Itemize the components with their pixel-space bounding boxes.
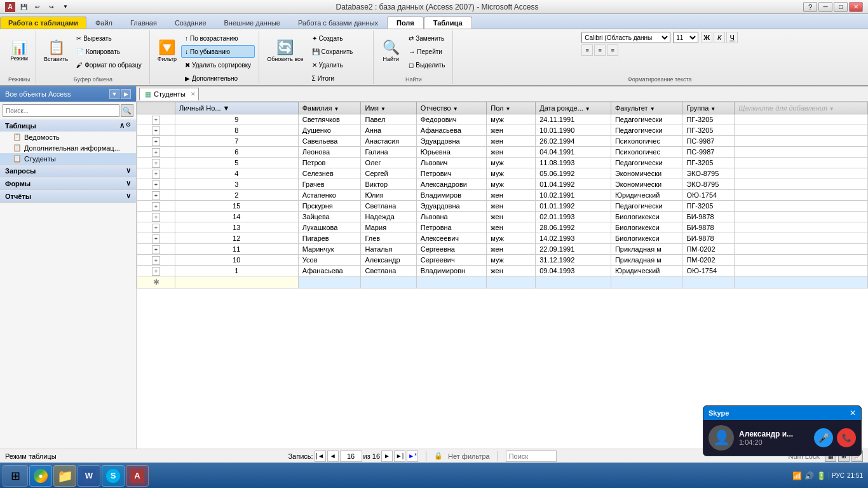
refresh-btn[interactable]: 🔄 Обновить все xyxy=(264,32,306,70)
advanced-filter-btn[interactable]: ▶ Дополнительно xyxy=(181,72,255,85)
students-tab-close[interactable]: ✕ xyxy=(191,91,196,97)
select-btn[interactable]: ◻ Выделить xyxy=(405,58,449,71)
bold-btn[interactable]: Ж xyxy=(701,32,712,43)
row-expand-btn[interactable]: + xyxy=(137,125,175,136)
taskbar-word[interactable]: W xyxy=(78,465,100,487)
row-expand-btn[interactable]: + xyxy=(137,179,175,190)
taskbar-chrome[interactable]: ● xyxy=(29,465,52,487)
reports-section-header[interactable]: Отчёты ∨ xyxy=(0,190,136,202)
tab-table[interactable]: Таблица xyxy=(424,17,472,29)
paste-btn[interactable]: 📋 Вставить xyxy=(41,32,71,70)
col-faculty[interactable]: Факультет ▼ xyxy=(611,102,682,114)
search-box[interactable] xyxy=(506,451,557,462)
goto-btn[interactable]: → Перейти xyxy=(405,45,449,58)
nav-next-btn[interactable]: ► xyxy=(381,451,393,462)
taskbar-explorer[interactable]: 📁 xyxy=(53,465,76,487)
table-row[interactable]: + 6 Леонова Галина Юрьевна жен 04.04.199… xyxy=(137,147,868,158)
tab-create[interactable]: Создание xyxy=(166,17,215,29)
row-expand-btn[interactable]: + xyxy=(137,212,175,222)
col-middlename[interactable]: Отчество ▼ xyxy=(416,102,487,114)
tab-external[interactable]: Внешние данные xyxy=(215,17,289,29)
tab-database-tools[interactable]: Работа с базами данных xyxy=(289,17,387,29)
row-expand-btn[interactable]: + xyxy=(137,233,175,244)
table-row[interactable]: + 4 Селезнев Сергей Петрович муж 05.06.1… xyxy=(137,168,868,179)
format-btn[interactable]: 🖌 Формат по образцу xyxy=(72,58,146,71)
table-container[interactable]: Личный Но... ▼ Фамилия ▼ Имя ▼ Отчеств xyxy=(137,102,868,449)
view-btn[interactable]: 📊 Режим xyxy=(6,32,32,70)
clear-sort-btn[interactable]: ✖ Удалить сортировку xyxy=(181,58,255,71)
row-expand-btn[interactable]: + xyxy=(137,201,175,212)
row-expand-btn[interactable]: + xyxy=(137,158,175,168)
tables-section-header[interactable]: Таблицы ∧ ⊙ xyxy=(0,119,136,132)
queries-section-header[interactable]: Запросы ∨ xyxy=(0,165,136,177)
row-expand-btn[interactable]: + xyxy=(137,147,175,158)
students-tab[interactable]: ▦ Студенты ✕ xyxy=(139,88,199,100)
sidebar-options-btn[interactable]: ▶ xyxy=(121,89,131,99)
sidebar-item-students[interactable]: 📋 Студенты xyxy=(0,153,136,164)
skype-close-btn[interactable]: ✕ xyxy=(850,409,856,417)
network-icon[interactable]: 📶 xyxy=(792,471,802,480)
table-row[interactable]: + 14 Зайцева Надежда Львовна жен 02.01.1… xyxy=(137,212,868,222)
table-row[interactable]: + 8 Душенко Анна Афанасьева жен 10.01.19… xyxy=(137,125,868,136)
nav-last-btn[interactable]: ►| xyxy=(394,451,405,462)
table-row[interactable]: + 2 Астапенко Юлия Владимиров жен 10.02.… xyxy=(137,190,868,201)
align-right-btn[interactable]: ≡ xyxy=(607,44,618,56)
sidebar-expand-btn[interactable]: ▼ xyxy=(109,89,119,99)
redo-btn[interactable]: ↪ xyxy=(46,1,57,13)
new-record-row[interactable]: ✱ xyxy=(137,276,868,288)
align-left-btn[interactable]: ≡ xyxy=(581,44,593,56)
col-gender[interactable]: Пол ▼ xyxy=(487,102,536,114)
maximize-btn[interactable]: □ xyxy=(834,2,848,12)
skype-end-call-btn[interactable]: 📞 xyxy=(837,428,856,447)
italic-btn[interactable]: К xyxy=(714,32,725,43)
col-lastname[interactable]: Фамилия ▼ xyxy=(298,102,361,114)
col-id[interactable]: Личный Но... ▼ xyxy=(175,102,299,114)
font-size-selector[interactable]: 11 xyxy=(673,32,698,43)
table-row[interactable]: + 15 Прскурня Светлана Эдуардовна жен 01… xyxy=(137,201,868,212)
table-row[interactable]: + 3 Грачев Виктор Александрови муж 01.04… xyxy=(137,179,868,190)
undo-btn[interactable]: ↩ xyxy=(32,1,43,13)
table-row[interactable]: + 5 Петров Олег Львович муж 11.08.1993 П… xyxy=(137,158,868,168)
nav-prev-btn[interactable]: ◄ xyxy=(327,451,339,462)
table-row[interactable]: + 11 Маринчук Наталья Сергеевна жен 22.0… xyxy=(137,244,868,255)
new-row-id-input[interactable] xyxy=(175,276,299,288)
sidebar-item-dop-info[interactable]: 📋 Дополнительная информац... xyxy=(0,142,136,153)
skype-mute-btn[interactable]: 🎤 xyxy=(814,428,833,447)
taskbar-skype[interactable]: S xyxy=(102,465,125,487)
row-expand-btn[interactable]: + xyxy=(137,255,175,266)
table-row[interactable]: + 10 Усов Александр Сергеевич муж 31.12.… xyxy=(137,255,868,266)
table-row[interactable]: + 9 Светлячков Павел Федорович муж 24.11… xyxy=(137,114,868,125)
table-row[interactable]: + 1 Афанасьева Светлана Владимировн жен … xyxy=(137,266,868,276)
search-input[interactable] xyxy=(3,104,119,117)
minimize-btn[interactable]: ─ xyxy=(818,2,832,12)
forms-section-header[interactable]: Формы ∨ xyxy=(0,177,136,189)
nav-new-btn[interactable]: ►* xyxy=(407,451,418,462)
row-expand-btn[interactable]: + xyxy=(137,114,175,125)
save-record-btn[interactable]: 💾 Сохранить xyxy=(308,45,370,58)
tab-work-tables[interactable]: Работа с таблицами xyxy=(0,17,86,29)
taskbar-access[interactable]: A xyxy=(126,465,149,487)
tab-file[interactable]: Файл xyxy=(86,17,121,29)
replace-btn[interactable]: ⇄ Заменить xyxy=(405,32,449,44)
find-btn[interactable]: 🔍 Найти xyxy=(378,32,403,70)
table-row[interactable]: + 13 Лукашкова Мария Петровна жен 28.06.… xyxy=(137,222,868,233)
volume-icon[interactable]: 🔊 xyxy=(804,471,814,480)
new-id-field[interactable] xyxy=(179,278,294,286)
help-btn[interactable]: ? xyxy=(803,2,817,12)
table-row[interactable]: + 12 Пигарев Глев Алексеевич муж 14.02.1… xyxy=(137,233,868,244)
row-expand-btn[interactable]: + xyxy=(137,244,175,255)
row-expand-btn[interactable]: + xyxy=(137,266,175,276)
row-expand-btn[interactable]: + xyxy=(137,222,175,233)
totals-btn[interactable]: Σ Итоги xyxy=(308,72,370,85)
cut-btn[interactable]: ✂ Вырезать xyxy=(72,32,146,44)
tab-home[interactable]: Главная xyxy=(121,17,166,29)
sort-desc-btn[interactable]: ↓ По убыванию xyxy=(181,45,255,58)
battery-icon[interactable]: 🔋 xyxy=(817,471,826,480)
underline-btn[interactable]: Ч xyxy=(726,32,738,43)
nav-current-input[interactable] xyxy=(340,451,362,462)
close-btn[interactable]: ✕ xyxy=(849,2,863,12)
col-firstname[interactable]: Имя ▼ xyxy=(361,102,416,114)
font-selector[interactable]: Calibri (Область данны xyxy=(581,32,670,43)
sort-asc-btn[interactable]: ↑ По возрастанию xyxy=(181,32,255,44)
nav-first-btn[interactable]: |◄ xyxy=(315,451,326,462)
